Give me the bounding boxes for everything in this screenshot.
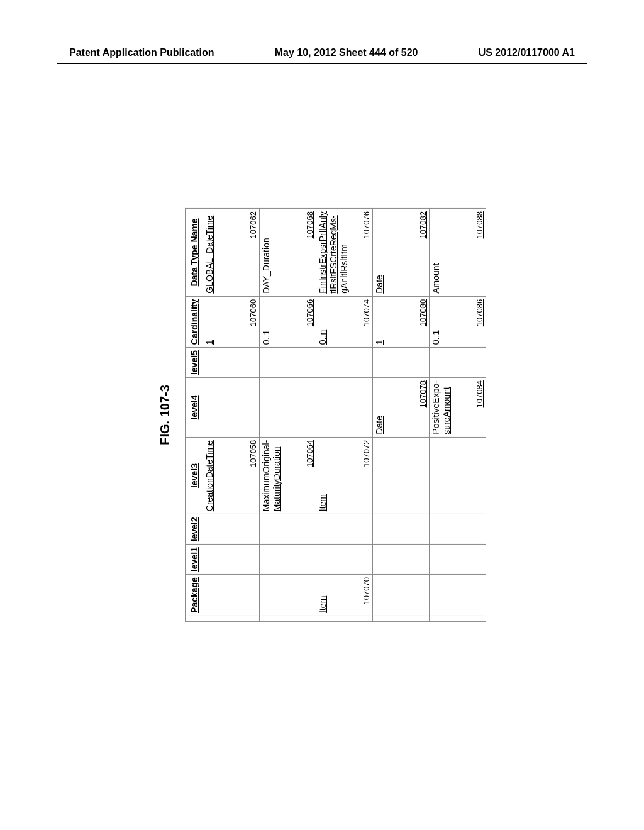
cell-level5 [260,348,316,378]
ref-number: 107078 [418,380,428,407]
figure-label: FIG. 107-3 [158,208,172,622]
ref-number: 107070 [362,577,371,604]
cell-level1 [430,545,486,575]
ref-number: 107068 [305,211,314,238]
ref-number: 107064 [305,440,314,467]
cell-blank [373,616,430,621]
cell-text: 1 [374,299,385,345]
header-center: May 10, 2012 Sheet 444 of 520 [275,47,418,58]
page-header: Patent Application Publication May 10, 2… [0,47,644,58]
col-datatype: Data Type Name [186,209,203,297]
cell-level2 [260,514,316,545]
cell-text: Item [318,577,328,613]
cell-level3 [373,437,430,514]
cell-blank [430,616,486,621]
cell-text: DAY_Duration [261,211,272,294]
cell-level2 [430,514,486,545]
cell-level1 [203,545,260,575]
cell-package: Item107070 [316,575,373,616]
cell-level2 [203,514,260,545]
ref-number: 107082 [418,211,428,238]
cell-blank [260,616,316,621]
cell-package [260,575,316,616]
cell-text: 0..1 [431,299,441,345]
cell-level3: Item107072 [316,437,373,514]
cell-text: FinInstrExpsrPrflAnly tlRsltFSCrteReqMs-… [318,211,349,294]
cell-card: 1107080 [373,296,430,347]
cell-text: GLOBAL_DateTime [204,211,215,294]
col-level4: level4 [186,378,203,438]
cell-card: 1107060 [203,296,260,347]
cell-text: 1 [204,299,215,345]
ref-number: 107076 [362,211,371,238]
cell-dtn: DAY_Duration107068 [260,209,316,297]
cell-text: Amount [431,211,441,294]
cell-dtn: Amount107088 [430,209,486,297]
col-level1: level1 [186,545,203,575]
header-rule [57,63,587,64]
cell-blank [203,616,260,621]
cell-level3 [430,437,486,514]
ref-number: 107062 [248,211,258,238]
cell-text: Date [374,211,385,294]
cell-package [430,575,486,616]
table-row: Item107070Item1070720..n107074FinInstrEx… [316,209,373,622]
cell-card: 0..1107066 [260,296,316,347]
cell-level4 [260,378,316,438]
cell-level4 [316,378,373,438]
col-level5: level5 [186,348,203,378]
cell-level5 [430,348,486,378]
cell-level2 [316,514,373,545]
cell-level4: Date107078 [373,378,430,438]
cell-level4 [203,378,260,438]
cell-blank [316,616,373,621]
cell-package [203,575,260,616]
cell-level5 [373,348,430,378]
cell-level3: MaximumOriginal- MaturityDuration107064 [260,437,316,514]
cell-level5 [203,348,260,378]
cell-text: Item [318,440,328,512]
ref-number: 107088 [475,211,484,238]
cell-text: Date [374,380,385,434]
cell-level2 [373,514,430,545]
cell-level1 [316,545,373,575]
ref-number: 107080 [418,299,428,326]
header-left: Patent Application Publication [69,47,214,58]
cell-level1 [373,545,430,575]
ref-number: 107060 [248,299,258,326]
cell-level1 [260,545,316,575]
cell-level4: PositiveExpo- sureAmount107084 [430,378,486,438]
ref-number: 107058 [248,440,258,467]
ref-number: 107074 [362,299,371,326]
col-cardinality: Cardinality [186,296,203,347]
cell-dtn: FinInstrExpsrPrflAnly tlRsltFSCrteReqMs-… [316,209,373,297]
schema-table: Package level1 level2 level3 level4 leve… [185,208,486,622]
cell-level3: CreationDateTime107058 [203,437,260,514]
cell-dtn: Date107082 [373,209,430,297]
cell-package [373,575,430,616]
cell-level5 [316,348,373,378]
cell-card: 0..n107074 [316,296,373,347]
ref-number: 107066 [305,299,314,326]
cell-dtn: GLOBAL_DateTime107062 [203,209,260,297]
table-row: CreationDateTime1070581107060GLOBAL_Date… [203,209,260,622]
cell-text: CreationDateTime [204,440,215,512]
col-level2: level2 [186,514,203,545]
ref-number: 107086 [475,299,484,326]
cell-card: 0..1107086 [430,296,486,347]
col-blank [186,616,203,621]
table-header-row: Package level1 level2 level3 level4 leve… [186,209,203,622]
table-row: PositiveExpo- sureAmount1070840..1107086… [430,209,486,622]
ref-number: 107072 [362,440,371,467]
figure-wrapper: FIG. 107-3 Package level1 level2 level3 … [158,208,486,622]
cell-text: PositiveExpo- sureAmount [431,380,452,434]
cell-text: 0..1 [261,299,272,345]
col-level3: level3 [186,437,203,514]
col-package: Package [186,575,203,616]
table-row: MaximumOriginal- MaturityDuration1070640… [260,209,316,622]
cell-text: MaximumOriginal- MaturityDuration [261,440,282,512]
table-row: Date1070781107080Date107082 [373,209,430,622]
ref-number: 107084 [475,380,484,407]
cell-text: 0..n [318,299,328,345]
header-right: US 2012/0117000 A1 [479,47,575,58]
